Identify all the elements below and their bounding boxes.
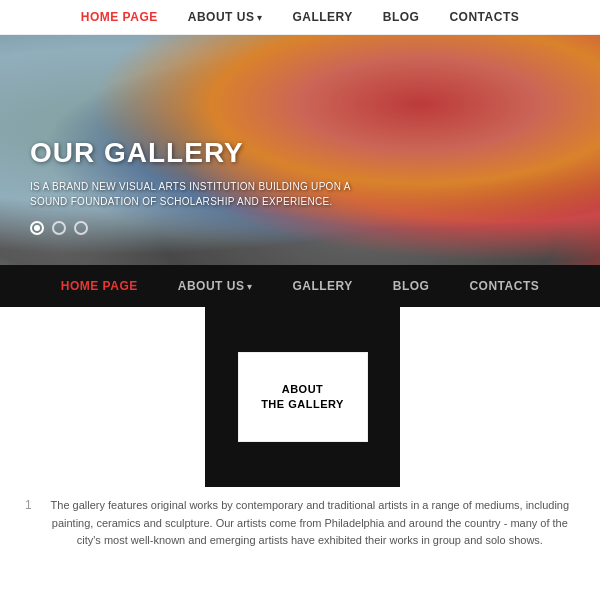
top-nav-gallery[interactable]: GALLERY xyxy=(292,10,352,24)
bottom-nav-homepage[interactable]: HOME PAGE xyxy=(61,279,138,293)
gallery-card-line1: ABOUT xyxy=(261,382,344,397)
right-panel xyxy=(400,307,600,487)
dot-1[interactable] xyxy=(30,221,44,235)
dot-3[interactable] xyxy=(74,221,88,235)
top-nav-homepage[interactable]: HOME PAGE xyxy=(81,10,158,24)
top-navigation: HOME PAGE ABOUT US GALLERY BLOG CONTACTS xyxy=(0,0,600,35)
center-panel: ABOUT THE GALLERY xyxy=(205,307,400,487)
gallery-card-text: ABOUT THE GALLERY xyxy=(261,382,344,413)
main-content: ABOUT THE GALLERY xyxy=(0,307,600,487)
text-section: 1 The gallery features original works by… xyxy=(0,487,600,560)
top-nav-contacts[interactable]: CONTACTS xyxy=(449,10,519,24)
hero-content: OUR GALLERY IS A BRAND NEW VISUAL ARTS I… xyxy=(30,137,390,235)
top-nav-blog[interactable]: BLOG xyxy=(383,10,420,24)
left-panel xyxy=(0,307,205,487)
bottom-nav-contacts[interactable]: CONTACTS xyxy=(469,279,539,293)
hero-dots xyxy=(30,221,390,235)
top-nav-aboutus[interactable]: ABOUT US xyxy=(188,10,263,24)
hero-section: OUR GALLERY IS A BRAND NEW VISUAL ARTS I… xyxy=(0,35,600,265)
gallery-card-line2: THE GALLERY xyxy=(261,397,344,412)
bottom-navigation: HOME PAGE ABOUT US GALLERY BLOG CONTACTS xyxy=(0,265,600,307)
bottom-nav-blog[interactable]: BLOG xyxy=(393,279,430,293)
bottom-nav-aboutus[interactable]: ABOUT US xyxy=(178,279,253,293)
gallery-card[interactable]: ABOUT THE GALLERY xyxy=(238,352,368,442)
hero-subtitle: IS A BRAND NEW VISUAL ARTS INSTITUTION B… xyxy=(30,179,390,209)
hero-title: OUR GALLERY xyxy=(30,137,390,169)
section-paragraph: The gallery features original works by c… xyxy=(40,497,580,550)
bottom-nav-gallery[interactable]: GALLERY xyxy=(292,279,352,293)
dot-2[interactable] xyxy=(52,221,66,235)
section-number: 1 xyxy=(25,497,32,512)
